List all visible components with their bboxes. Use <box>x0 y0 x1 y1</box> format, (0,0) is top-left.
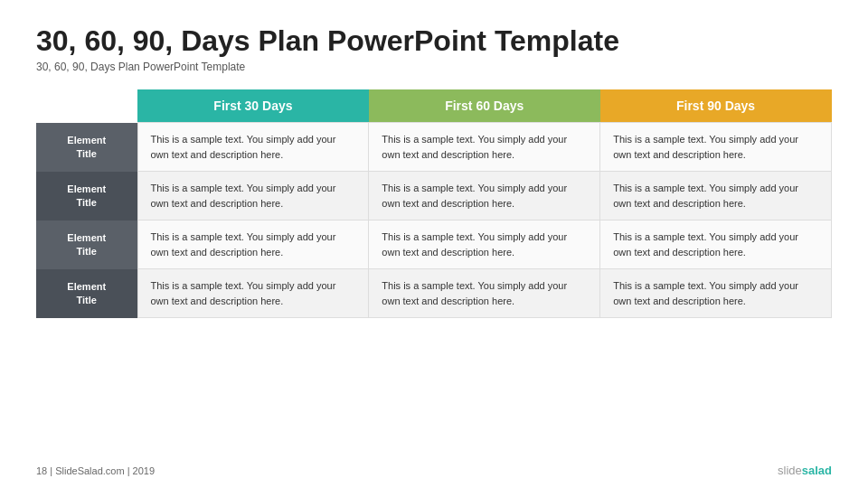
data-cell-1-0: This is a sample text. You simply add yo… <box>137 172 369 221</box>
data-cell-0-2: This is a sample text. You simply add yo… <box>600 123 832 172</box>
subtitle: 30, 60, 90, Days Plan PowerPoint Templat… <box>36 61 832 73</box>
header-90-days: First 90 Days <box>600 89 832 123</box>
data-cell-3-0: This is a sample text. You simply add yo… <box>137 269 369 318</box>
header-60-days: First 60 Days <box>369 89 600 123</box>
row-label-2: Element Title <box>36 221 137 269</box>
footer-left: 18 | SlideSalad.com | 2019 <box>36 465 155 476</box>
table-row: Element TitleThis is a sample text. You … <box>36 172 832 221</box>
footer: 18 | SlideSalad.com | 2019 slidesalad <box>36 464 832 477</box>
row-label-0: Element Title <box>36 123 137 172</box>
table-row: Element TitleThis is a sample text. You … <box>36 123 832 172</box>
data-cell-2-2: This is a sample text. You simply add yo… <box>600 221 832 269</box>
main-title: 30, 60, 90, Days Plan PowerPoint Templat… <box>36 25 832 57</box>
slide: 30, 60, 90, Days Plan PowerPoint Templat… <box>0 0 868 488</box>
header-30-days: First 30 Days <box>137 89 369 123</box>
data-cell-0-0: This is a sample text. You simply add yo… <box>137 123 369 172</box>
data-cell-0-1: This is a sample text. You simply add yo… <box>369 123 600 172</box>
data-cell-1-1: This is a sample text. You simply add yo… <box>369 172 600 221</box>
data-cell-3-1: This is a sample text. You simply add yo… <box>369 269 600 318</box>
footer-plain: slide <box>778 464 802 477</box>
row-label-3: Element Title <box>36 269 137 318</box>
data-cell-2-0: This is a sample text. You simply add yo… <box>137 221 369 269</box>
table-wrapper: First 30 Days First 60 Days First 90 Day… <box>36 89 832 318</box>
row-label-1: Element Title <box>36 172 137 221</box>
data-cell-2-1: This is a sample text. You simply add yo… <box>369 221 600 269</box>
plan-table: First 30 Days First 60 Days First 90 Day… <box>36 89 832 318</box>
header-empty-cell <box>36 89 137 123</box>
table-row: Element TitleThis is a sample text. You … <box>36 269 832 318</box>
table-row: Element TitleThis is a sample text. You … <box>36 221 832 269</box>
footer-right: slidesalad <box>778 464 832 477</box>
data-cell-3-2: This is a sample text. You simply add yo… <box>600 269 832 318</box>
data-cell-1-2: This is a sample text. You simply add yo… <box>600 172 832 221</box>
footer-brand: salad <box>802 464 832 477</box>
